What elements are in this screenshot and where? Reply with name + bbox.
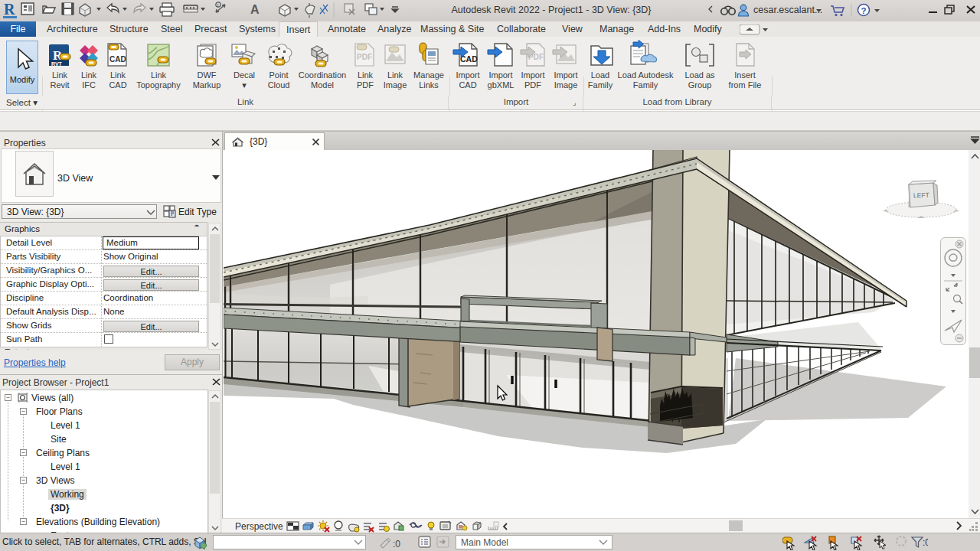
svg-text:CAD: CAD (109, 55, 126, 64)
svg-text:R: R (4, 1, 15, 18)
svg-text::0: :0 (923, 537, 928, 548)
svg-text:LEFT: LEFT (913, 191, 929, 200)
svg-text::0: :0 (393, 539, 400, 549)
svg-text:PDF: PDF (357, 53, 372, 61)
svg-text:RVT: RVT (51, 61, 63, 67)
svg-text:?: ? (861, 6, 867, 15)
svg-text:cesar.escalant...: cesar.escalant... (753, 5, 822, 15)
